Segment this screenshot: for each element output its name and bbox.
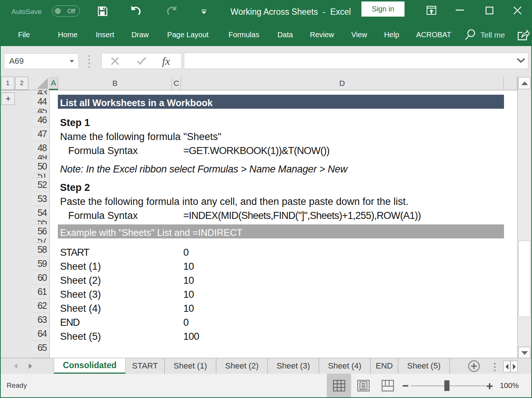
- column-header-clipped[interactable]: [504, 77, 517, 90]
- undo-icon[interactable]: [130, 6, 141, 18]
- autosave-toggle[interactable]: Off: [52, 6, 80, 17]
- row-header-48[interactable]: 48: [31, 141, 49, 155]
- name-box-dropdown-icon[interactable]: [70, 60, 74, 63]
- row-header-53[interactable]: 53: [31, 192, 49, 206]
- redo-icon[interactable]: [166, 6, 177, 18]
- normal-view-button[interactable]: [327, 374, 351, 397]
- ribbon-tab-home[interactable]: Home: [58, 24, 77, 46]
- cell-B63[interactable]: END: [60, 317, 80, 328]
- cell-D60[interactable]: 10: [183, 275, 194, 286]
- row-header-partial[interactable]: [31, 355, 49, 358]
- formula-bar-expand-icon[interactable]: [517, 58, 525, 64]
- row-header-51[interactable]: 51: [31, 174, 49, 178]
- cell-B60[interactable]: Sheet (2): [60, 275, 101, 286]
- sheet-tab-sheet-1-[interactable]: Sheet (1): [165, 358, 216, 374]
- cell-B56[interactable]: Example with "Sheets" List and =INDIRECT: [60, 228, 242, 238]
- row-header-58[interactable]: 58: [31, 243, 49, 257]
- row-header-43[interactable]: 43: [31, 90, 49, 95]
- column-header-A[interactable]: A: [49, 77, 58, 90]
- cell-D54[interactable]: =INDEX(MID(Sheets,FIND("]",Sheets)+1,255…: [183, 210, 421, 221]
- cell-D61[interactable]: 10: [183, 289, 194, 300]
- row-header-57[interactable]: 57: [31, 238, 49, 243]
- tab-scroll-right-button[interactable]: [23, 358, 38, 374]
- row-header-59[interactable]: 59: [31, 257, 49, 271]
- scroll-down-button[interactable]: [518, 347, 531, 359]
- column-header-B[interactable]: B: [58, 77, 172, 90]
- cell-B53[interactable]: Paste the following formula into any cel…: [60, 196, 409, 207]
- row-header-62[interactable]: 62: [31, 299, 49, 313]
- new-sheet-button[interactable]: [468, 360, 480, 372]
- ribbon-display-options-button[interactable]: [423, 0, 440, 21]
- cell-D64[interactable]: 100: [183, 331, 199, 342]
- cell-D62[interactable]: 10: [183, 303, 194, 314]
- column-header-D[interactable]: D: [181, 77, 504, 90]
- sheet-tab-start[interactable]: START: [126, 358, 165, 374]
- row-header-52[interactable]: 52: [31, 178, 49, 192]
- ribbon-tab-file[interactable]: File: [18, 24, 30, 46]
- cell-B58[interactable]: START: [60, 247, 89, 258]
- ribbon-tab-view[interactable]: View: [351, 24, 367, 46]
- cell-B54[interactable]: Formula Syntax: [68, 210, 138, 221]
- tab-split-grip[interactable]: [494, 363, 496, 373]
- cell-B48[interactable]: Formula Syntax: [68, 146, 138, 156]
- ribbon-tab-help[interactable]: Help: [384, 24, 399, 46]
- minimize-button[interactable]: [451, 0, 468, 21]
- hscroll-left-button[interactable]: [503, 361, 510, 372]
- sheet-tab-sheet-4-[interactable]: Sheet (4): [319, 358, 371, 374]
- row-header-45[interactable]: 45: [31, 109, 49, 113]
- page-layout-view-button[interactable]: [351, 374, 375, 397]
- cell-B52[interactable]: Step 2: [60, 182, 90, 193]
- row-header-65[interactable]: 65: [31, 341, 49, 355]
- cell-B62[interactable]: Sheet (4): [60, 303, 101, 314]
- cell-B64[interactable]: Sheet (5): [60, 331, 101, 342]
- vertical-scrollbar-thumb[interactable]: [518, 241, 531, 317]
- sheet-cells[interactable]: List all Worksheets in a WorkbookStep 1N…: [50, 90, 517, 358]
- row-header-54[interactable]: 54: [31, 206, 49, 220]
- sheet-tab-sheet-3-[interactable]: Sheet (3): [268, 358, 319, 374]
- cell-D48[interactable]: =GET.WORKBOOK(1))&T(NOW()): [183, 146, 330, 156]
- outline-level-button-1[interactable]: 1: [1, 77, 14, 90]
- close-button[interactable]: [509, 0, 526, 21]
- ribbon-tab-insert[interactable]: Insert: [96, 24, 114, 46]
- ribbon-tab-review[interactable]: Review: [310, 24, 334, 46]
- column-header-C[interactable]: C: [172, 77, 181, 90]
- row-header-46[interactable]: 46: [31, 113, 49, 127]
- ribbon-tab-data[interactable]: Data: [277, 24, 293, 46]
- save-icon[interactable]: [97, 6, 108, 18]
- sheet-tab-consolidated[interactable]: Consolidated: [54, 358, 126, 374]
- zoom-slider-thumb[interactable]: [444, 380, 449, 391]
- tab-scroll-left-button[interactable]: [8, 358, 23, 374]
- row-header-47[interactable]: 47: [31, 127, 49, 141]
- formula-bar-grip[interactable]: [88, 55, 90, 68]
- ribbon-tab-formulas[interactable]: Formulas: [228, 24, 259, 46]
- select-all-corner[interactable]: [37, 78, 48, 89]
- formula-input[interactable]: [184, 53, 528, 69]
- enter-icon[interactable]: [137, 57, 147, 65]
- ribbon-tab-page-layout[interactable]: Page Layout: [167, 24, 209, 46]
- row-header-49[interactable]: 49: [31, 155, 49, 160]
- insert-function-icon[interactable]: fx: [162, 56, 170, 67]
- row-header-56[interactable]: 56: [31, 224, 49, 238]
- row-header-61[interactable]: 61: [31, 285, 49, 299]
- cell-D63[interactable]: 0: [183, 317, 189, 328]
- share-icon[interactable]: [517, 30, 530, 42]
- sheet-tab-sheet-2-[interactable]: Sheet (2): [216, 358, 268, 374]
- name-box[interactable]: A69: [4, 53, 78, 69]
- cancel-icon[interactable]: [111, 57, 119, 65]
- hscroll-right-button[interactable]: [511, 361, 518, 372]
- outline-level-button-2[interactable]: 2: [15, 77, 28, 90]
- row-header-60[interactable]: 60: [31, 271, 49, 285]
- outline-expand-button[interactable]: +: [1, 92, 15, 105]
- sheet-tab-end[interactable]: END: [371, 358, 398, 374]
- cell-B61[interactable]: Sheet (3): [60, 289, 101, 300]
- scroll-up-button[interactable]: [518, 77, 531, 89]
- cell-B50[interactable]: Note: In the Excel ribbon select Formula…: [60, 164, 347, 174]
- page-break-view-button[interactable]: [375, 374, 400, 397]
- cell-B44[interactable]: List all Worksheets in a Workbook: [60, 98, 213, 108]
- row-header-50[interactable]: 50: [31, 160, 49, 174]
- row-header-64[interactable]: 64: [31, 327, 49, 341]
- zoom-level-label[interactable]: 100%: [499, 374, 519, 397]
- vertical-scrollbar[interactable]: [517, 77, 531, 359]
- ribbon-tab-acrobat[interactable]: ACROBAT: [416, 24, 451, 46]
- tell-me-box[interactable]: Tell me: [465, 24, 505, 46]
